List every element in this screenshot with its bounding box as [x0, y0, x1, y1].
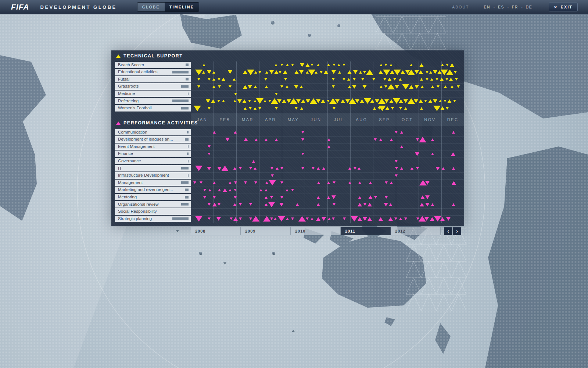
project-marker[interactable] [206, 99, 210, 103]
project-marker[interactable] [414, 99, 418, 103]
project-marker[interactable] [265, 85, 268, 88]
project-marker[interactable] [399, 99, 403, 103]
row-label-communication[interactable]: Communication [115, 129, 191, 136]
project-marker[interactable] [415, 70, 419, 74]
project-marker[interactable] [419, 137, 426, 142]
project-marker[interactable] [337, 64, 340, 66]
project-marker[interactable] [316, 99, 320, 103]
project-marker[interactable] [348, 181, 351, 184]
project-marker[interactable] [410, 167, 413, 170]
project-marker[interactable] [233, 217, 238, 221]
project-marker[interactable] [233, 167, 236, 170]
project-marker[interactable] [435, 167, 440, 170]
project-marker[interactable] [274, 217, 277, 220]
project-marker[interactable] [317, 64, 320, 66]
project-marker[interactable] [433, 99, 437, 103]
project-marker[interactable] [275, 138, 278, 141]
project-marker[interactable] [368, 217, 372, 221]
project-marker[interactable] [425, 203, 430, 206]
project-marker[interactable] [384, 85, 387, 88]
project-marker[interactable] [234, 189, 237, 191]
row-label-it[interactable]: IT [115, 165, 191, 172]
project-marker[interactable] [300, 107, 303, 110]
project-marker[interactable] [409, 85, 413, 89]
project-marker[interactable] [343, 78, 345, 81]
project-marker[interactable] [343, 64, 345, 66]
project-marker[interactable] [444, 85, 447, 88]
project-marker[interactable] [380, 64, 383, 66]
project-marker[interactable] [424, 100, 427, 102]
project-marker[interactable] [207, 70, 211, 74]
project-marker[interactable] [229, 189, 232, 191]
project-marker[interactable] [296, 203, 299, 206]
project-marker[interactable] [264, 78, 267, 81]
project-marker[interactable] [317, 196, 320, 199]
project-marker[interactable] [395, 167, 398, 170]
project-marker[interactable] [301, 153, 304, 155]
project-marker[interactable] [437, 85, 440, 88]
project-marker[interactable] [286, 85, 288, 88]
project-marker[interactable] [446, 107, 449, 110]
project-marker[interactable] [228, 70, 232, 74]
project-marker[interactable] [291, 64, 294, 66]
project-marker[interactable] [420, 107, 423, 110]
project-marker[interactable] [194, 106, 201, 111]
project-marker[interactable] [440, 217, 445, 221]
project-marker[interactable] [368, 203, 372, 206]
project-marker[interactable] [234, 131, 237, 134]
project-marker[interactable] [315, 71, 318, 74]
project-marker[interactable] [395, 85, 399, 89]
project-marker[interactable] [429, 71, 432, 74]
project-marker[interactable] [208, 153, 211, 155]
project-marker[interactable] [404, 107, 407, 110]
project-marker[interactable] [374, 196, 377, 199]
project-marker[interactable] [399, 107, 402, 110]
year-segment-2008[interactable]: 2008 [191, 227, 241, 235]
project-marker[interactable] [400, 131, 403, 134]
project-marker[interactable] [305, 63, 310, 67]
project-marker[interactable] [361, 78, 364, 81]
project-marker[interactable] [244, 181, 247, 184]
project-marker[interactable] [252, 216, 259, 222]
project-marker[interactable] [280, 196, 283, 199]
project-marker[interactable] [255, 138, 258, 141]
prev-year-button[interactable]: ‹ [444, 227, 452, 235]
project-marker[interactable] [213, 131, 216, 134]
project-marker[interactable] [454, 71, 457, 74]
project-marker[interactable] [366, 70, 373, 75]
project-marker[interactable] [223, 188, 227, 192]
project-marker[interactable] [203, 196, 206, 199]
project-marker[interactable] [256, 98, 263, 104]
project-marker[interactable] [449, 78, 453, 81]
project-marker[interactable] [387, 84, 395, 89]
project-marker[interactable] [380, 85, 383, 88]
project-marker[interactable] [248, 100, 251, 102]
project-marker[interactable] [395, 174, 398, 177]
project-marker[interactable] [335, 99, 340, 103]
project-marker[interactable] [419, 63, 424, 67]
project-marker[interactable] [384, 203, 388, 206]
project-marker[interactable] [430, 78, 433, 81]
project-marker[interactable] [374, 138, 377, 141]
project-marker[interactable] [420, 203, 424, 206]
project-marker[interactable] [442, 167, 445, 170]
project-marker[interactable] [348, 167, 351, 170]
project-marker[interactable] [239, 217, 242, 220]
project-marker[interactable] [265, 181, 268, 184]
project-marker[interactable] [389, 203, 392, 206]
project-marker[interactable] [385, 181, 388, 184]
year-segment-2012[interactable]: 2012 [391, 227, 441, 235]
project-marker[interactable] [324, 70, 328, 74]
project-marker[interactable] [435, 78, 438, 81]
project-marker[interactable] [383, 78, 386, 81]
project-marker[interactable] [234, 93, 237, 95]
project-marker[interactable] [270, 167, 273, 170]
language-option-es[interactable]: ES [498, 5, 504, 9]
project-marker[interactable] [218, 78, 220, 81]
project-marker[interactable] [372, 78, 375, 81]
project-marker[interactable] [282, 99, 286, 103]
project-marker[interactable] [408, 70, 415, 75]
project-marker[interactable] [300, 85, 303, 88]
project-marker[interactable] [193, 181, 196, 184]
project-marker[interactable] [451, 152, 455, 156]
